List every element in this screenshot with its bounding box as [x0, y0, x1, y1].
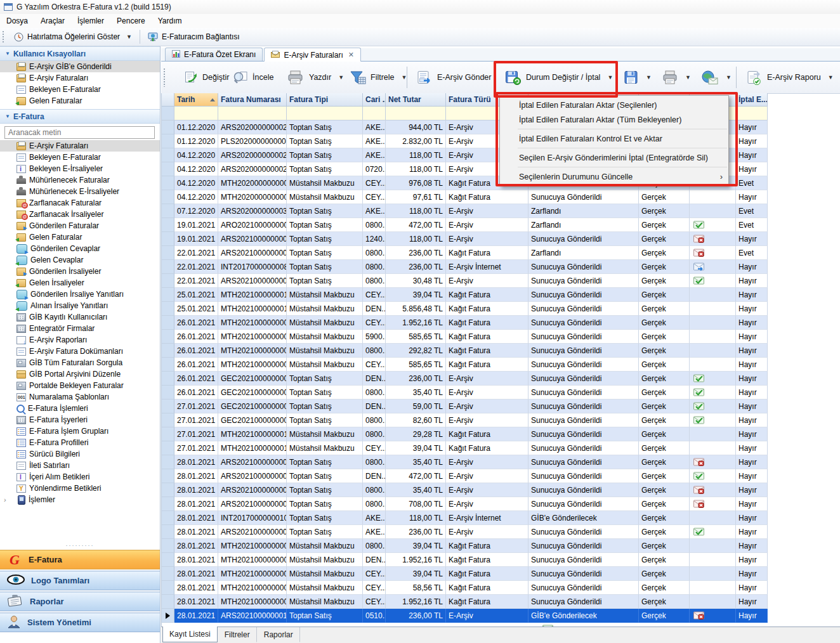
document-tab[interactable]: E-Fatura Özet Ekranı — [165, 48, 263, 61]
invoice-row[interactable]: 28.01.2021MTH2021000000009Müstahsil Makb… — [162, 595, 768, 609]
sidebar-panel-e-fatura[interactable]: E-Fatura — [0, 550, 160, 569]
reminder-toggle-button[interactable]: Hatırlatma Öğelerini Göster ▼ — [9, 29, 137, 44]
filtrele-button[interactable]: Filtrele ▼ — [346, 66, 410, 89]
sidebar-item[interactable]: Gelen Faturalar — [0, 231, 160, 243]
sidebar-item[interactable]: E-Fatura İşyerleri — [0, 414, 160, 425]
invoice-row[interactable]: 28.01.2021ARS2021000000009Toptan SatışAK… — [162, 525, 768, 539]
sidebar-item[interactable]: Yönlendirme Betikleri — [0, 483, 160, 494]
invoice-row[interactable]: 26.01.2021MTH2021000000002Müstahsil Makb… — [162, 330, 768, 344]
sidebar-item[interactable]: İleti Satırları — [0, 460, 160, 471]
invoice-row[interactable]: 27.01.2021MTH2021000000012Müstahsil Makb… — [162, 427, 768, 441]
sidebar-item[interactable]: Gelen Cevaplar — [0, 254, 160, 266]
invoice-row[interactable]: 28.01.2021MTH2021000000005Müstahsil Makb… — [162, 539, 768, 553]
efaturacim-connection-button[interactable]: E-Faturacım Bağlantısı — [143, 29, 245, 44]
earsiv-raporu-button[interactable]: E-Arşiv Raporu ▼ — [742, 66, 837, 89]
sidebar-item[interactable]: Sürücü Bilgileri — [0, 448, 160, 460]
sidebar-item[interactable]: Gelen Faturalar — [0, 95, 160, 107]
eposta-gonder-button[interactable]: ▼ — [697, 66, 735, 89]
menu-item[interactable]: İptal Edilen Faturaları Aktar (Seçilenle… — [500, 98, 728, 112]
chevron-down-icon[interactable]: ▼ — [685, 74, 691, 81]
sidebar-item[interactable]: ›İşlemler — [0, 494, 160, 505]
invoice-row[interactable]: 26.01.2021MTH2021000000004Müstahsil Makb… — [162, 358, 768, 372]
invoice-row[interactable]: 25.01.2021MTH2021000000011Müstahsil Makb… — [162, 302, 768, 316]
menu-item[interactable]: İptal Edilen Faturaları Kontrol Et ve Ak… — [500, 131, 728, 146]
menubar-item[interactable]: Araçlar — [34, 14, 71, 28]
sidebar-item[interactable]: Bekleyen E-Faturalar — [0, 152, 160, 163]
invoice-row[interactable]: 27.01.2021MTH2021000000013Müstahsil Makb… — [162, 441, 768, 455]
toolbar-grip[interactable] — [2, 30, 5, 43]
yazdir-button[interactable]: Yazdır ▼ — [283, 66, 348, 89]
menu-item[interactable]: Seçilenlerin Durumunu Güncelle› — [500, 169, 728, 184]
sidebar-item[interactable]: Bekleyen E-İrsaliyeler — [0, 163, 160, 174]
filter-cell-tarih[interactable] — [174, 107, 218, 120]
sidebar-item[interactable]: Gönderilen Faturalar — [0, 220, 160, 231]
filter-cell-net[interactable] — [386, 107, 446, 120]
invoice-row[interactable]: 28.01.2021ARS2021000000007Toptan Satış08… — [162, 483, 768, 497]
menubar-item[interactable]: Yardım — [152, 14, 188, 28]
invoice-row[interactable]: 26.01.2021GEC2021000000001Toptan SatışDE… — [162, 372, 768, 386]
earsiv-gonder-button[interactable]: E-Arşiv Gönder — [412, 66, 495, 89]
sidebar-item[interactable]: Gelen İrsaliyeler — [0, 277, 160, 289]
sidebar-panel-raporlar[interactable]: Raporlar — [0, 592, 160, 611]
invoice-row[interactable]: 22.01.2021INT2017000000008Toptan Satış08… — [162, 260, 768, 274]
sidebar-item[interactable]: Alınan İrsaliye Yanıtları — [0, 300, 160, 311]
menu-item[interactable]: İptal Edilen Faturaları Aktar (Tüm Bekle… — [500, 112, 728, 127]
sidebar-item[interactable]: E-Arşiv Raporları — [0, 334, 160, 346]
sidebar-item[interactable]: E-Fatura Profilleri — [0, 437, 160, 448]
chevron-down-icon[interactable]: ▼ — [828, 74, 834, 81]
sidebar-item[interactable]: Entegratör Firmalar — [0, 323, 160, 334]
invoice-row[interactable]: 19.01.2021ARS2021000000001Toptan Satış12… — [162, 232, 768, 246]
chevron-down-icon[interactable]: ▼ — [126, 34, 132, 40]
durum-degistir-iptal-button[interactable]: Durum Değiştir / İptal ▼ — [501, 66, 617, 89]
chevron-down-icon[interactable]: ▼ — [726, 74, 732, 81]
menubar-item[interactable]: Pencere — [110, 14, 152, 28]
bottom-tab-kay-t-listesi[interactable]: Kayıt Listesi — [162, 627, 218, 642]
sidebar-item[interactable]: GİB Kayıtlı Kullanıcıları — [0, 311, 160, 323]
filter-cell-iptal[interactable] — [736, 107, 768, 120]
filter-cell-tipi[interactable] — [287, 107, 363, 120]
invoice-row[interactable]: 28.01.2021ARS2021000000006Toptan SatışDE… — [162, 469, 768, 483]
sidebar-item[interactable]: E-Arşiv Faturaları — [0, 72, 160, 84]
sidebar-item[interactable]: E-Fatura İşlem Grupları — [0, 425, 160, 437]
chevron-down-icon[interactable]: ▼ — [646, 74, 652, 81]
invoice-row[interactable]: 19.01.2021ARO2021000000001Toptan Satış08… — [162, 218, 768, 232]
sidebar-section-efatura[interactable]: ▼ E-Fatura — [0, 109, 160, 124]
sidebar-item[interactable]: Zarflanacak Faturalar — [0, 197, 160, 209]
invoice-row[interactable]: 26.01.2021GEC2021000000002Toptan Satış08… — [162, 386, 768, 399]
sidebar-item[interactable]: Gönderilen Cevaplar — [0, 243, 160, 254]
menubar-item[interactable]: İşlemler — [71, 14, 110, 28]
bottom-tab-raporlar[interactable]: Raporlar — [257, 627, 300, 642]
sidebar-item[interactable]: E-Arşiv Faturaları — [0, 140, 160, 152]
column-header-tipi[interactable]: Fatura Tipi — [287, 93, 363, 107]
document-tab[interactable]: E-Arşiv Faturaları✕ — [264, 48, 361, 62]
sidebar-item[interactable]: Gönderilen İrsaliyeler — [0, 266, 160, 277]
sidebar-item[interactable]: Zarflanacak İrsaliyeler — [0, 209, 160, 220]
sidebar-panel-sistem-y-netimi[interactable]: Sistem Yönetimi — [0, 613, 160, 632]
column-header-tarih[interactable]: Tarih — [174, 93, 218, 107]
invoice-row[interactable]: 28.01.2021INT2017000000010Toptan SatışAK… — [162, 511, 768, 525]
expander-chevron-icon[interactable]: › — [4, 496, 6, 503]
filter-cell-no[interactable] — [218, 107, 287, 120]
sidebar-section-shortcuts[interactable]: ▼ Kullanıcı Kısayolları — [0, 46, 160, 61]
sidebar-item[interactable]: Mühürlenecek Faturalar — [0, 174, 160, 186]
sidebar-search-input[interactable] — [4, 126, 155, 139]
invoice-row[interactable]: 26.01.2021MTH2021000000001Müstahsil Makb… — [162, 316, 768, 330]
sidebar-panel-logo-tan-mlar-[interactable]: Logo Tanımları — [0, 571, 160, 590]
invoice-row[interactable]: 04.12.2020MTH2020000000009Müstahsil Makb… — [162, 190, 768, 204]
sidebar-item[interactable]: E-Arşiv GİB'e Gönderildi — [0, 61, 160, 72]
invoice-row[interactable]: 28.01.2021ARS2021000000008Toptan Satış08… — [162, 497, 768, 511]
sidebar-item[interactable]: Gönderilen İrsaliye Yanıtları — [0, 289, 160, 300]
invoice-row[interactable]: 22.01.2021ARS2021000000004Toptan Satış08… — [162, 274, 768, 288]
invoice-row[interactable]: 28.01.2021MTH2021000000007Müstahsil Makb… — [162, 567, 768, 581]
sidebar-item[interactable]: Numaralama Şablonları — [0, 391, 160, 403]
sidebar-item[interactable]: İçeri Alım Betikleri — [0, 471, 160, 483]
sidebar-item[interactable]: Bekleyen E-Faturalar — [0, 84, 160, 95]
column-header-cari[interactable]: Cari ... — [363, 93, 386, 107]
chevron-down-icon[interactable]: ▼ — [607, 74, 613, 81]
yazdir-secondary-button[interactable]: ▼ — [658, 66, 695, 89]
invoice-row[interactable]: 28.01.2021MTH2021000000008Müstahsil Makb… — [162, 581, 768, 595]
invoice-row[interactable]: 28.01.2021ARS2021000000005Toptan Satış08… — [162, 455, 768, 469]
sidebar-item[interactable]: Portalde Bekleyen Faturalar — [0, 380, 160, 391]
sidebar-item[interactable]: GİB Tüm Faturaları Sorgula — [0, 357, 160, 368]
invoice-row[interactable]: 22.01.2021ARS2021000000003Toptan Satış08… — [162, 246, 768, 260]
